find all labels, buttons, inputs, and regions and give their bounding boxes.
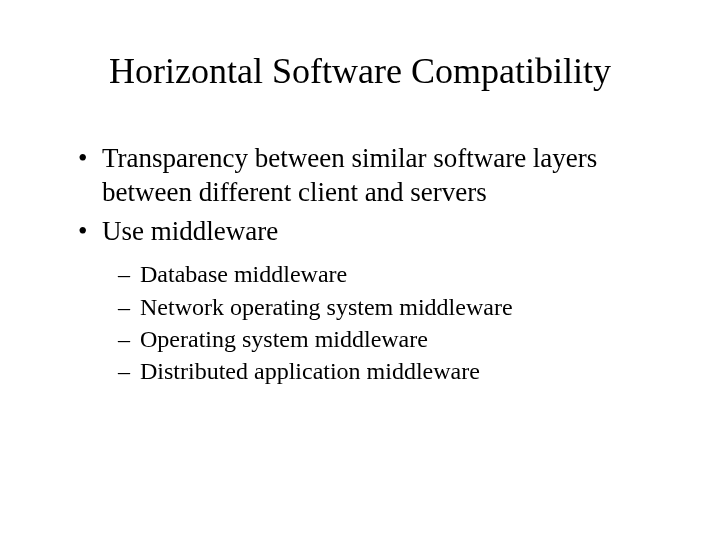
main-bullet-list: Transparency between similar software la… <box>60 142 660 248</box>
sub-bullet-item: Database middleware <box>118 258 660 290</box>
sub-bullet-item: Operating system middleware <box>118 323 660 355</box>
sub-bullet-item: Network operating system middleware <box>118 291 660 323</box>
sub-bullet-item: Distributed application middleware <box>118 355 660 387</box>
slide-title: Horizontal Software Compatibility <box>60 50 660 92</box>
bullet-item: Use middleware <box>78 215 660 249</box>
bullet-item: Transparency between similar software la… <box>78 142 660 210</box>
sub-bullet-list: Database middleware Network operating sy… <box>60 258 660 388</box>
